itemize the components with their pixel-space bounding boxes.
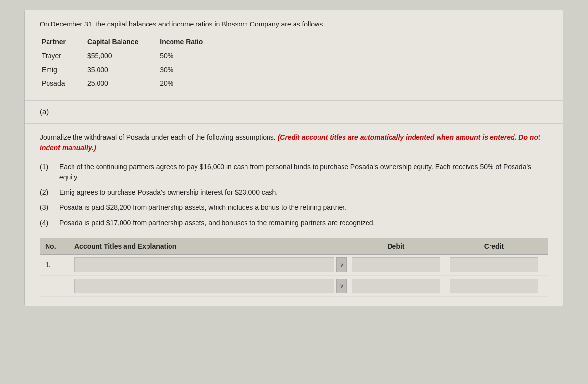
assumption-item-1: (1)Each of the continuing partners agree… — [40, 162, 548, 182]
table-row: Trayer$55,00050% — [40, 49, 222, 63]
table-cell-partner: Trayer — [40, 49, 85, 63]
col-header-partner: Partner — [40, 36, 85, 49]
assumption-num: (4) — [40, 218, 59, 228]
table-cell-ratio: 30% — [158, 63, 222, 77]
assumption-item-4: (4)Posada is paid $17,000 from partnersh… — [40, 218, 548, 228]
col-header-income: Income Ratio — [158, 36, 222, 49]
journal-credit-cell — [445, 257, 543, 272]
journal-col-no: No. — [45, 242, 74, 250]
journal-row: ∨ — [40, 276, 548, 297]
table-cell-ratio: 50% — [158, 49, 222, 63]
journal-header: No. Account Titles and Explanation Debit… — [40, 238, 548, 255]
journal-col-debit: Debit — [347, 242, 445, 250]
assumption-text: Emig agrees to purchase Posada's ownersh… — [59, 187, 548, 198]
section-a-label: (a) — [40, 107, 49, 116]
account-dropdown-arrow[interactable]: ∨ — [336, 257, 347, 272]
assumption-num: (1) — [40, 162, 59, 172]
instructions-main: Journalize the withdrawal of Posada unde… — [40, 133, 278, 141]
journal-col-account: Account Titles and Explanation — [74, 242, 347, 250]
journal-debit-input[interactable] — [352, 279, 440, 293]
journal-account-cell: ∨ — [74, 257, 347, 272]
instructions-text: Journalize the withdrawal of Posada unde… — [40, 132, 548, 153]
journal-credit-input[interactable] — [450, 257, 538, 272]
table-cell-capital: 35,000 — [85, 63, 158, 77]
assumption-list: (1)Each of the continuing partners agree… — [40, 162, 548, 228]
page-container: On December 31, the capital balances and… — [24, 10, 564, 306]
journal-account-input[interactable] — [74, 279, 334, 293]
assumption-text: Posada is paid $17,000 from partnership … — [59, 218, 548, 228]
journal-debit-cell — [347, 279, 445, 293]
account-dropdown-arrow[interactable]: ∨ — [336, 279, 347, 293]
intro-text: On December 31, the capital balances and… — [40, 20, 548, 28]
table-cell-partner: Posada — [40, 77, 85, 90]
journal-account-input[interactable] — [74, 257, 334, 272]
journal-credit-cell — [445, 279, 543, 293]
journal-credit-input[interactable] — [450, 279, 538, 293]
table-row: Posada25,00020% — [40, 77, 222, 90]
section-b: Journalize the withdrawal of Posada unde… — [25, 124, 563, 306]
assumption-item-3: (3)Posada is paid $28,200 from partnersh… — [40, 203, 548, 213]
journal-rows-container: 1.∨∨ — [40, 255, 548, 297]
journal-row: 1.∨ — [40, 255, 548, 276]
table-row: Emig35,00030% — [40, 63, 222, 77]
assumption-num: (3) — [40, 203, 59, 213]
partners-table: Partner Capital Balance Income Ratio Tra… — [40, 36, 222, 90]
assumption-text: Posada is paid $28,200 from partnership … — [59, 203, 548, 213]
assumption-item-2: (2)Emig agrees to purchase Posada's owne… — [40, 187, 548, 198]
journal-row-num: 1. — [45, 261, 74, 269]
intro-section: On December 31, the capital balances and… — [25, 10, 563, 101]
journal-col-credit: Credit — [445, 242, 543, 250]
assumption-num: (2) — [40, 187, 59, 198]
assumption-text: Each of the continuing partners agrees t… — [59, 162, 548, 182]
table-cell-ratio: 20% — [158, 77, 222, 90]
journal-debit-input[interactable] — [352, 257, 440, 272]
section-a: (a) — [25, 101, 563, 124]
journal-debit-cell — [347, 257, 445, 272]
table-cell-partner: Emig — [40, 63, 85, 77]
table-cell-capital: $55,000 — [85, 49, 158, 63]
table-cell-capital: 25,000 — [85, 77, 158, 90]
journal-account-cell: ∨ — [74, 279, 347, 293]
col-header-capital: Capital Balance — [85, 36, 158, 49]
